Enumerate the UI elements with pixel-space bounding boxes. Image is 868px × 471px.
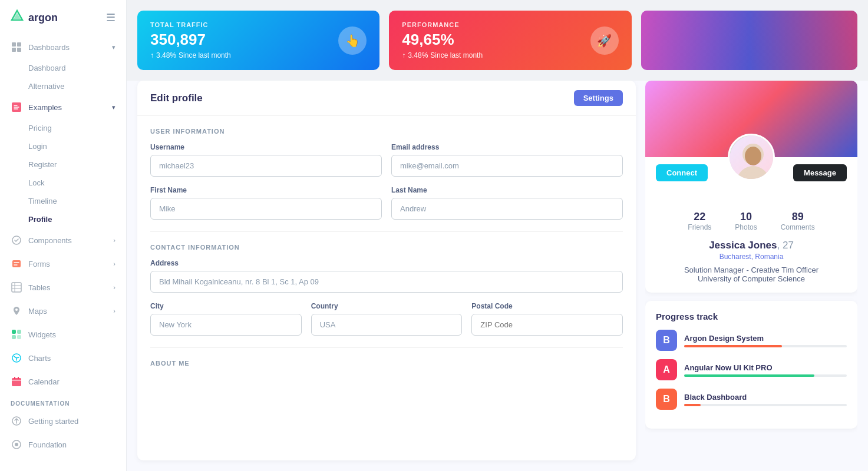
- sidebar-item-calendar[interactable]: Calendar: [0, 370, 126, 393]
- form-group-country: Country: [311, 302, 463, 336]
- progress-name-black: Black Dashboard: [684, 393, 847, 402]
- sidebar-toggle[interactable]: ☰: [106, 11, 115, 24]
- firstname-input[interactable]: [150, 198, 382, 220]
- progress-item-argon: B Argon Design System: [656, 330, 847, 351]
- sidebar-sub-login[interactable]: Login: [0, 137, 126, 155]
- sidebar-item-examples-label: Examples: [28, 103, 62, 112]
- components-icon: [11, 234, 22, 246]
- sidebar-item-foundation[interactable]: Foundation: [0, 433, 126, 456]
- sidebar-sub-register[interactable]: Register: [0, 155, 126, 174]
- user-info-label: USER INFORMATION: [150, 128, 623, 135]
- sidebar-item-charts-label: Charts: [28, 354, 51, 363]
- city-input[interactable]: [150, 314, 302, 336]
- progress-name-argon: Argon Design System: [684, 334, 847, 343]
- sidebar-item-forms[interactable]: Forms ›: [0, 252, 126, 276]
- sidebar-item-tables-label: Tables: [28, 283, 51, 292]
- progress-icon-argon: B: [656, 330, 677, 351]
- form-group-username: Username: [150, 143, 382, 177]
- settings-button[interactable]: Settings: [574, 90, 623, 106]
- address-input[interactable]: [150, 271, 623, 293]
- sidebar-sub-timeline[interactable]: Timeline: [0, 192, 126, 210]
- stat-arrow-performance: ↑: [402, 51, 405, 59]
- lastname-input[interactable]: [391, 198, 623, 220]
- form-group-email: Email address: [391, 143, 623, 177]
- profile-card: Connect Message 22 Friends 10 Photos 89 …: [645, 81, 857, 293]
- comments-label: Comments: [781, 223, 815, 231]
- stat-suffix-performance: Since last month: [430, 51, 483, 59]
- stat-icon-performance: 🚀: [590, 26, 619, 55]
- progress-item-angular: A Angular Now UI Kit PRO: [656, 359, 847, 380]
- sidebar-sub-profile[interactable]: Profile: [0, 210, 126, 228]
- progress-details-argon: Argon Design System: [684, 334, 847, 347]
- stat-value-traffic: 350,897: [150, 31, 231, 49]
- svg-rect-16: [14, 377, 15, 379]
- charts-icon: [11, 352, 22, 364]
- svg-rect-12: [12, 335, 16, 339]
- sidebar-item-maps[interactable]: Maps ›: [0, 299, 126, 323]
- logo-text: argon: [28, 12, 58, 24]
- lastname-label: Last Name: [391, 186, 623, 194]
- form-group-lastname: Last Name: [391, 186, 623, 220]
- profile-cover: [645, 81, 857, 157]
- address-label: Address: [150, 259, 623, 267]
- sidebar-sub-lock[interactable]: Lock: [0, 174, 126, 192]
- progress-bar-wrap-angular: [684, 374, 847, 377]
- tables-arrow: ›: [113, 284, 115, 291]
- edit-profile-card: Edit profile Settings USER INFORMATION U…: [137, 81, 636, 460]
- friends-label: Friends: [688, 223, 711, 231]
- postal-input[interactable]: [471, 314, 623, 336]
- firstname-label: First Name: [150, 186, 382, 194]
- form-group-postal: Postal Code: [471, 302, 623, 336]
- username-input[interactable]: [150, 155, 382, 177]
- username-label: Username: [150, 143, 382, 151]
- sidebar-item-foundation-label: Foundation: [28, 440, 67, 449]
- stat-card-traffic: TOTAL TRAFFIC 350,897 ↑ 3.48% Since last…: [137, 11, 379, 70]
- form-row-city-country: City Country Postal Code: [150, 302, 623, 336]
- sidebar-sub-pricing[interactable]: Pricing: [0, 119, 126, 137]
- sidebar-item-dashboards[interactable]: Dashboards ▾: [0, 35, 126, 59]
- svg-rect-9: [12, 283, 21, 292]
- stat-info-traffic: TOTAL TRAFFIC 350,897 ↑ 3.48% Since last…: [150, 21, 231, 59]
- stat-suffix-traffic: Since last month: [179, 51, 231, 59]
- svg-rect-17: [18, 377, 19, 379]
- photos-label: Photos: [735, 223, 757, 231]
- form-group-address: Address: [150, 259, 623, 293]
- widgets-icon: [11, 329, 22, 340]
- cover-image-card: [641, 11, 857, 70]
- sidebar-item-components-label: Components: [28, 236, 72, 245]
- connect-button[interactable]: Connect: [656, 164, 708, 181]
- svg-point-23: [745, 147, 761, 165]
- form-row-name: Username Email address: [150, 143, 623, 177]
- stat-info-performance: PERFORMANCE 49,65% ↑ 3.48% Since last mo…: [402, 21, 483, 59]
- sidebar-item-tables[interactable]: Tables ›: [0, 276, 126, 299]
- sidebar-item-components[interactable]: Components ›: [0, 228, 126, 252]
- stat-change-performance: ↑ 3.48% Since last month: [402, 51, 483, 59]
- calendar-icon: [11, 376, 22, 387]
- form-row-fullname: First Name Last Name: [150, 186, 623, 220]
- stat-pct-performance: 3.48%: [408, 51, 428, 59]
- forms-arrow: ›: [113, 260, 115, 267]
- sidebar-item-getting-started[interactable]: Getting started: [0, 409, 126, 433]
- doc-section-label: DOCUMENTATION: [0, 393, 126, 409]
- profile-stats: 22 Friends 10 Photos 89 Comments: [645, 181, 857, 240]
- maps-arrow: ›: [113, 307, 115, 314]
- forms-icon: [11, 258, 22, 270]
- sidebar-sub-dashboard[interactable]: Dashboard: [0, 59, 126, 77]
- sidebar-item-charts[interactable]: Charts: [0, 346, 126, 370]
- country-input[interactable]: [311, 314, 463, 336]
- progress-icon-black: B: [656, 389, 677, 410]
- sidebar-item-widgets[interactable]: Widgets: [0, 323, 126, 346]
- progress-bar-wrap-argon: [684, 345, 847, 347]
- form-row-address: Address: [150, 259, 623, 293]
- sidebar-logo: argon ☰: [0, 0, 126, 35]
- examples-icon: [11, 101, 22, 113]
- sidebar-item-examples[interactable]: Examples ▾: [0, 95, 126, 119]
- email-input[interactable]: [391, 155, 623, 177]
- message-button[interactable]: Message: [793, 164, 847, 181]
- stat-icon-traffic: 👆: [338, 26, 367, 55]
- examples-arrow: ▾: [112, 104, 115, 111]
- card-body: USER INFORMATION Username Email address …: [137, 116, 636, 387]
- friends-value: 22: [688, 211, 711, 223]
- sidebar-sub-alternative[interactable]: Alternative: [0, 77, 126, 95]
- profile-stat-friends: 22 Friends: [688, 211, 711, 231]
